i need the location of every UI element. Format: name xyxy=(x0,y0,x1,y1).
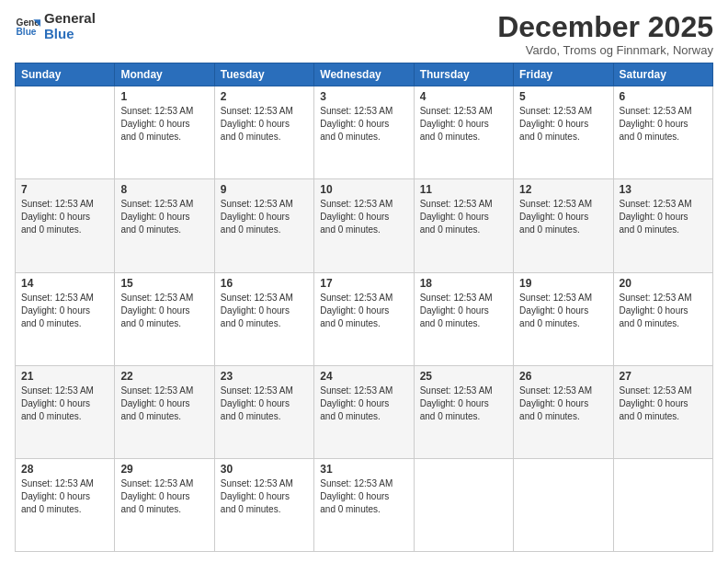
logo-line1: General xyxy=(44,11,96,27)
day-number: 5 xyxy=(519,90,607,103)
calendar-cell: 11Sunset: 12:53 AM Daylight: 0 hours and… xyxy=(414,179,513,272)
day-number: 23 xyxy=(221,370,308,383)
day-number: 10 xyxy=(320,183,407,196)
day-info: Sunset: 12:53 AM Daylight: 0 hours and 0… xyxy=(620,105,707,144)
calendar-week-3: 14Sunset: 12:53 AM Daylight: 0 hours and… xyxy=(16,272,713,365)
day-number: 18 xyxy=(420,277,507,290)
day-info: Sunset: 12:53 AM Daylight: 0 hours and 0… xyxy=(420,385,507,423)
calendar-week-1: 1Sunset: 12:53 AM Daylight: 0 hours and … xyxy=(16,86,713,179)
day-info: Sunset: 12:53 AM Daylight: 0 hours and 0… xyxy=(320,385,407,423)
calendar-cell: 13Sunset: 12:53 AM Daylight: 0 hours and… xyxy=(613,179,712,272)
day-info: Sunset: 12:53 AM Daylight: 0 hours and 0… xyxy=(21,198,108,236)
calendar-cell xyxy=(414,458,513,551)
logo: General Blue General Blue xyxy=(15,11,96,41)
day-number: 4 xyxy=(420,90,507,103)
day-info: Sunset: 12:53 AM Daylight: 0 hours and 0… xyxy=(221,292,308,330)
calendar-cell xyxy=(613,458,712,551)
calendar-cell: 16Sunset: 12:53 AM Daylight: 0 hours and… xyxy=(214,272,313,365)
day-info: Sunset: 12:53 AM Daylight: 0 hours and 0… xyxy=(221,198,308,236)
day-info: Sunset: 12:53 AM Daylight: 0 hours and 0… xyxy=(21,477,108,516)
svg-text:Blue: Blue xyxy=(17,27,37,37)
calendar-cell: 7Sunset: 12:53 AM Daylight: 0 hours and … xyxy=(16,179,115,272)
header: General Blue General Blue December 2025 … xyxy=(15,11,713,57)
calendar-table: Sunday Monday Tuesday Wednesday Thursday… xyxy=(15,63,713,552)
day-number: 8 xyxy=(120,183,208,196)
day-info: Sunset: 12:53 AM Daylight: 0 hours and 0… xyxy=(519,385,607,423)
day-number: 6 xyxy=(620,90,707,103)
calendar-cell: 31Sunset: 12:53 AM Daylight: 0 hours and… xyxy=(314,458,414,551)
day-info: Sunset: 12:53 AM Daylight: 0 hours and 0… xyxy=(120,292,208,330)
day-info: Sunset: 12:53 AM Daylight: 0 hours and 0… xyxy=(21,292,108,330)
day-info: Sunset: 12:53 AM Daylight: 0 hours and 0… xyxy=(120,385,208,423)
col-monday: Monday xyxy=(115,63,214,86)
calendar-cell: 25Sunset: 12:53 AM Daylight: 0 hours and… xyxy=(414,365,513,458)
day-info: Sunset: 12:53 AM Daylight: 0 hours and 0… xyxy=(320,198,407,236)
location-subtitle: Vardo, Troms og Finnmark, Norway xyxy=(497,43,713,57)
col-tuesday: Tuesday xyxy=(214,63,313,86)
calendar-cell: 4Sunset: 12:53 AM Daylight: 0 hours and … xyxy=(414,86,513,179)
col-sunday: Sunday xyxy=(16,63,115,86)
calendar-cell xyxy=(16,86,115,179)
calendar-cell: 10Sunset: 12:53 AM Daylight: 0 hours and… xyxy=(314,179,414,272)
calendar-cell: 26Sunset: 12:53 AM Daylight: 0 hours and… xyxy=(514,365,613,458)
calendar-cell: 3Sunset: 12:53 AM Daylight: 0 hours and … xyxy=(314,86,414,179)
day-number: 17 xyxy=(320,277,407,290)
day-number: 30 xyxy=(221,463,308,476)
calendar-cell: 28Sunset: 12:53 AM Daylight: 0 hours and… xyxy=(16,458,115,551)
day-number: 19 xyxy=(519,277,607,290)
day-info: Sunset: 12:53 AM Daylight: 0 hours and 0… xyxy=(620,385,707,423)
day-number: 20 xyxy=(620,277,707,290)
day-info: Sunset: 12:53 AM Daylight: 0 hours and 0… xyxy=(320,477,407,516)
page: General Blue General Blue December 2025 … xyxy=(0,0,728,563)
calendar-header-row: Sunday Monday Tuesday Wednesday Thursday… xyxy=(16,63,713,86)
day-number: 11 xyxy=(420,183,507,196)
title-block: December 2025 Vardo, Troms og Finnmark, … xyxy=(497,11,713,57)
logo-icon: General Blue xyxy=(15,14,40,40)
calendar-cell: 30Sunset: 12:53 AM Daylight: 0 hours and… xyxy=(214,458,313,551)
day-number: 12 xyxy=(519,183,607,196)
calendar-cell: 24Sunset: 12:53 AM Daylight: 0 hours and… xyxy=(314,365,414,458)
day-info: Sunset: 12:53 AM Daylight: 0 hours and 0… xyxy=(221,477,308,516)
day-info: Sunset: 12:53 AM Daylight: 0 hours and 0… xyxy=(221,385,308,423)
calendar-cell: 27Sunset: 12:53 AM Daylight: 0 hours and… xyxy=(613,365,712,458)
calendar-cell: 22Sunset: 12:53 AM Daylight: 0 hours and… xyxy=(115,365,214,458)
day-number: 7 xyxy=(21,183,108,196)
calendar-cell: 9Sunset: 12:53 AM Daylight: 0 hours and … xyxy=(214,179,313,272)
day-number: 2 xyxy=(221,90,308,103)
day-number: 1 xyxy=(120,90,208,103)
col-thursday: Thursday xyxy=(414,63,513,86)
calendar-cell: 29Sunset: 12:53 AM Daylight: 0 hours and… xyxy=(115,458,214,551)
day-number: 22 xyxy=(120,370,208,383)
col-wednesday: Wednesday xyxy=(314,63,414,86)
calendar-cell: 19Sunset: 12:53 AM Daylight: 0 hours and… xyxy=(514,272,613,365)
day-info: Sunset: 12:53 AM Daylight: 0 hours and 0… xyxy=(120,477,208,516)
day-info: Sunset: 12:53 AM Daylight: 0 hours and 0… xyxy=(120,105,208,144)
day-number: 21 xyxy=(21,370,108,383)
calendar-cell: 18Sunset: 12:53 AM Daylight: 0 hours and… xyxy=(414,272,513,365)
calendar-cell: 20Sunset: 12:53 AM Daylight: 0 hours and… xyxy=(613,272,712,365)
day-info: Sunset: 12:53 AM Daylight: 0 hours and 0… xyxy=(620,198,707,236)
calendar-cell xyxy=(514,458,613,551)
day-info: Sunset: 12:53 AM Daylight: 0 hours and 0… xyxy=(221,105,308,144)
calendar-cell: 21Sunset: 12:53 AM Daylight: 0 hours and… xyxy=(16,365,115,458)
day-info: Sunset: 12:53 AM Daylight: 0 hours and 0… xyxy=(620,292,707,330)
day-info: Sunset: 12:53 AM Daylight: 0 hours and 0… xyxy=(519,105,607,144)
day-number: 13 xyxy=(620,183,707,196)
day-info: Sunset: 12:53 AM Daylight: 0 hours and 0… xyxy=(420,105,507,144)
calendar-cell: 23Sunset: 12:53 AM Daylight: 0 hours and… xyxy=(214,365,313,458)
calendar-cell: 17Sunset: 12:53 AM Daylight: 0 hours and… xyxy=(314,272,414,365)
day-info: Sunset: 12:53 AM Daylight: 0 hours and 0… xyxy=(21,385,108,423)
day-number: 14 xyxy=(21,277,108,290)
calendar-cell: 1Sunset: 12:53 AM Daylight: 0 hours and … xyxy=(115,86,214,179)
col-friday: Friday xyxy=(514,63,613,86)
day-info: Sunset: 12:53 AM Daylight: 0 hours and 0… xyxy=(420,292,507,330)
day-number: 25 xyxy=(420,370,507,383)
day-number: 3 xyxy=(320,90,407,103)
calendar-week-4: 21Sunset: 12:53 AM Daylight: 0 hours and… xyxy=(16,365,713,458)
calendar-cell: 6Sunset: 12:53 AM Daylight: 0 hours and … xyxy=(613,86,712,179)
day-info: Sunset: 12:53 AM Daylight: 0 hours and 0… xyxy=(420,198,507,236)
logo-line2: Blue xyxy=(44,27,96,42)
day-number: 24 xyxy=(320,370,407,383)
calendar-cell: 12Sunset: 12:53 AM Daylight: 0 hours and… xyxy=(514,179,613,272)
month-title: December 2025 xyxy=(497,11,713,43)
